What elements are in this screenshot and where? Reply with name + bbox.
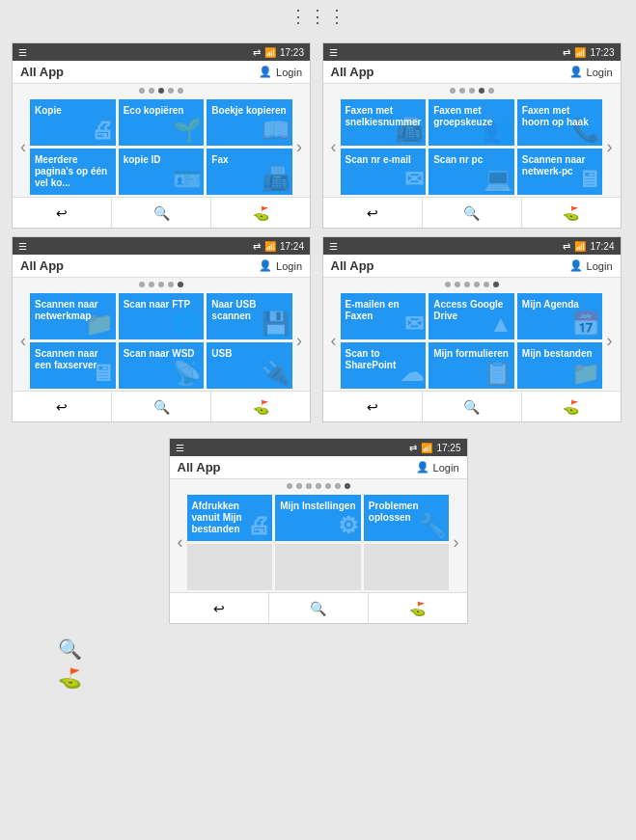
- app-grid-area-4: ‹ E-mailen en Faxen✉ Access Google Drive…: [323, 291, 621, 391]
- screens-grid: ☰ ⇄ 📶 17:23 All App 👤 Login ‹: [0, 31, 636, 434]
- login-area-4[interactable]: 👤 Login: [569, 259, 613, 272]
- header-title-1: All App: [20, 65, 64, 79]
- filter-btn-4[interactable]: ⛳: [522, 392, 621, 421]
- back-btn-4[interactable]: ↩: [323, 392, 423, 421]
- search-btn-5[interactable]: 🔍: [269, 593, 369, 623]
- prev-arrow-4[interactable]: ‹: [327, 331, 341, 351]
- tile-email-faxen[interactable]: E-mailen en Faxen✉: [341, 293, 427, 339]
- tile-faxen-snelkies[interactable]: Faxen met snelkiesnummer📠: [341, 99, 427, 146]
- status-bar-3: ☰ ⇄ 📶 17:24: [13, 237, 310, 255]
- back-btn-3[interactable]: ↩: [13, 392, 112, 421]
- app-grid-area-3: ‹ Scannen naar netwerkmap📁 Scan naar FTP…: [13, 291, 310, 391]
- signal-icon-3: 📶: [264, 241, 276, 252]
- dots-2: [323, 84, 621, 97]
- search-btn-2[interactable]: 🔍: [423, 198, 522, 228]
- dots-4: [323, 278, 621, 291]
- tile-scan-faxserver[interactable]: Scannen naar een faxserver🖥: [30, 342, 116, 389]
- filter-btn-2[interactable]: ⛳: [522, 198, 621, 228]
- next-arrow-1[interactable]: ›: [292, 137, 306, 157]
- dot-4-3: [464, 282, 470, 287]
- tile-usb-scannen[interactable]: Naar USB scannen💾: [207, 293, 292, 339]
- login-label-3[interactable]: Login: [276, 260, 302, 272]
- search-icon-bottom[interactable]: 🔍: [58, 637, 82, 661]
- tile-google-drive[interactable]: Access Google Drive▲: [429, 293, 514, 339]
- tile-bestanden[interactable]: Mijn bestanden📁: [517, 342, 603, 389]
- filter-btn-1[interactable]: ⛳: [211, 198, 310, 228]
- tile-fax[interactable]: Fax📠: [207, 149, 292, 195]
- dot-2-5: [488, 88, 494, 94]
- prev-arrow-2[interactable]: ‹: [327, 137, 341, 157]
- prev-arrow-3[interactable]: ‹: [16, 331, 30, 351]
- back-btn-2[interactable]: ↩: [323, 198, 423, 228]
- bottom-icon-area: 🔍 ⛳: [0, 628, 636, 690]
- tile-agenda[interactable]: Mijn Agenda📅: [517, 293, 603, 339]
- menu-lines-4[interactable]: ☰: [329, 241, 338, 252]
- bottom-bar-3: ↩ 🔍 ⛳: [13, 391, 310, 421]
- tile-usb[interactable]: USB🔌: [207, 342, 292, 389]
- user-icon-4: 👤: [569, 259, 583, 272]
- search-btn-1[interactable]: 🔍: [112, 198, 211, 228]
- header-1: All App 👤 Login: [13, 61, 310, 84]
- menu-lines-1[interactable]: ☰: [18, 47, 27, 58]
- tile-boekje[interactable]: Boekje kopieren📖: [207, 99, 292, 146]
- tile-kopie-id[interactable]: kopie ID🪪: [119, 149, 205, 195]
- login-label-5[interactable]: Login: [433, 462, 459, 474]
- bottom-bar-4: ↩ 🔍 ⛳: [323, 391, 621, 421]
- back-btn-5[interactable]: ↩: [170, 593, 269, 623]
- app-grid-2: Faxen met snelkiesnummer📠 Faxen met groe…: [341, 97, 603, 197]
- tile-sharepoint[interactable]: Scan to SharePoint☁: [341, 342, 427, 389]
- wifi-icon-3: ⇄: [253, 241, 261, 252]
- time-4: 17:24: [590, 241, 614, 252]
- next-arrow-5[interactable]: ›: [450, 532, 463, 553]
- user-icon-5: 👤: [416, 461, 429, 474]
- tile-scan-ftp[interactable]: Scan naar FTP🌐: [119, 293, 205, 339]
- tile-faxen-groep[interactable]: Faxen met groepskeuze👥: [429, 99, 514, 146]
- tile-scan-pc[interactable]: Scan nr pc💻: [429, 149, 514, 195]
- login-area-5[interactable]: 👤 Login: [416, 461, 459, 474]
- prev-arrow-5[interactable]: ‹: [174, 532, 187, 553]
- next-arrow-3[interactable]: ›: [292, 331, 306, 351]
- wifi-icon-5: ⇄: [409, 443, 417, 453]
- tile-instellingen[interactable]: Mijn Instellingen⚙: [275, 495, 361, 541]
- dot-3-3: [158, 282, 164, 287]
- login-label-4[interactable]: Login: [587, 260, 613, 272]
- filter-btn-3[interactable]: ⛳: [211, 392, 310, 421]
- app-grid-1: Kopie🖨 Eco kopiëren🌱 Boekje kopieren📖 Me…: [30, 97, 292, 197]
- tile-scan-netwerkmap[interactable]: Scannen naar netwerkmap📁: [30, 293, 116, 339]
- login-area-1[interactable]: 👤 Login: [259, 66, 302, 78]
- menu-lines-5[interactable]: ☰: [176, 443, 184, 453]
- bottom-bar-1: ↩ 🔍 ⛳: [13, 197, 310, 228]
- dot-4-4: [474, 282, 480, 287]
- search-btn-4[interactable]: 🔍: [423, 392, 522, 421]
- tile-problemen[interactable]: Problemen oplossen🔧: [364, 495, 450, 541]
- dots-3: [13, 278, 310, 291]
- tile-afdrukken[interactable]: Afdrukken vanuit Mijn bestanden🖨: [187, 495, 273, 541]
- tile-faxen-hoorn[interactable]: Faxen met hoorn op haak📞: [517, 99, 603, 146]
- search-btn-3[interactable]: 🔍: [112, 392, 211, 421]
- dots-5: [170, 479, 467, 493]
- dot-4-2: [455, 282, 460, 287]
- next-arrow-2[interactable]: ›: [603, 137, 617, 157]
- signal-icon-2: 📶: [574, 47, 586, 58]
- tile-scan-wsd[interactable]: Scan naar WSD📡: [119, 342, 205, 389]
- user-icon-3: 👤: [259, 259, 272, 272]
- filter-btn-5[interactable]: ⛳: [369, 593, 467, 623]
- login-label-2[interactable]: Login: [587, 67, 613, 78]
- login-area-3[interactable]: 👤 Login: [259, 259, 302, 272]
- app-grid-area-5: ‹ Afdrukken vanuit Mijn bestanden🖨 Mijn …: [170, 493, 467, 592]
- login-area-2[interactable]: 👤 Login: [569, 66, 613, 78]
- filter-icon-bottom[interactable]: ⛳: [58, 666, 82, 690]
- tile-scan-email[interactable]: Scan nr e-mail✉: [341, 149, 427, 195]
- back-btn-1[interactable]: ↩: [13, 198, 112, 228]
- tile-empty-2: [275, 544, 361, 590]
- tile-kopie[interactable]: Kopie🖨: [30, 99, 116, 146]
- tile-eco-kopieren[interactable]: Eco kopiëren🌱: [119, 99, 205, 146]
- menu-lines-3[interactable]: ☰: [18, 241, 27, 252]
- next-arrow-4[interactable]: ›: [603, 331, 617, 351]
- tile-scan-netwerk-pc[interactable]: Scannen naar netwerk-pc🖥: [517, 149, 603, 195]
- login-label-1[interactable]: Login: [276, 67, 302, 78]
- menu-lines-2[interactable]: ☰: [329, 47, 338, 58]
- tile-formulieren[interactable]: Mijn formulieren📋: [429, 342, 514, 389]
- prev-arrow-1[interactable]: ‹: [16, 137, 30, 157]
- tile-meerdere[interactable]: Meerdere pagina's op één vel ko...: [30, 149, 116, 195]
